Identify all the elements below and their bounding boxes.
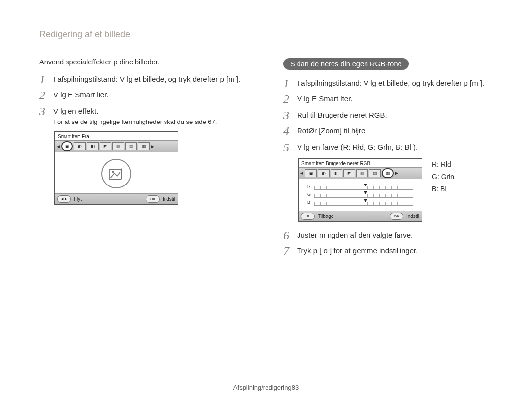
toolbar-item: ▥ bbox=[112, 142, 124, 150]
filter-icon: ◐ bbox=[322, 171, 326, 176]
toolbar-item: ◐ bbox=[318, 169, 330, 177]
lcd-footer: ✥ Tilbage OK Indstil bbox=[299, 211, 422, 221]
step-number: 3 bbox=[39, 105, 53, 118]
filter-icon: ◩ bbox=[103, 144, 108, 149]
lcd-footer-right: Indstil bbox=[406, 214, 419, 219]
left-step-2: 2 V lg E Smart lter. bbox=[39, 89, 249, 101]
step-number: 1 bbox=[283, 77, 297, 90]
step-text: V lg E Smart lter. bbox=[53, 89, 249, 100]
step-number: 2 bbox=[39, 89, 53, 101]
filter-icon: ▣ bbox=[309, 171, 313, 176]
slider-track bbox=[314, 200, 413, 205]
right-step-2: 2 V lg E Smart lter. bbox=[283, 93, 493, 105]
legend-g: G: Grłn bbox=[432, 171, 454, 183]
lcd-toolbar: ◄ ▣ ◐ ◧ ◩ ▥ ▤ ▦ ► bbox=[299, 167, 422, 179]
toolbar-item: ◧ bbox=[331, 169, 342, 177]
lcd-footer: ◄► Flyt OK Indstil bbox=[55, 193, 178, 204]
toolbar-next-icon: ► bbox=[150, 144, 155, 149]
section-pill: S dan de neres din egen RGB-tone bbox=[283, 58, 409, 70]
lcd-preview-right: Smart lter: Brugerde neret RGB ◄ ▣ ◐ ◧ ◩… bbox=[298, 158, 422, 222]
left-intro: Anvend specialeffekter p dine billeder. bbox=[39, 58, 249, 66]
toolbar-item-selected: ▣ bbox=[61, 141, 73, 151]
slider-thumb-icon bbox=[364, 199, 367, 202]
toolbar-prev-icon: ◄ bbox=[299, 170, 304, 176]
toolbar-item: ◩ bbox=[343, 169, 355, 177]
landscape-icon: ▣ bbox=[65, 144, 69, 149]
step-text: I afspilningstilstand: V lg et billede, … bbox=[53, 73, 249, 85]
lcd-preview-left: Smart lter: Fra ◄ ▣ ◐ ◧ ◩ ▥ ▤ ▦ ► bbox=[54, 131, 178, 205]
rgb-label: R bbox=[307, 184, 314, 189]
filter-icon: ▦ bbox=[142, 144, 146, 149]
left-step-3: 3 V lg en effekt. For at se de tilg ngel… bbox=[39, 105, 249, 127]
lcd-toolbar: ◄ ▣ ◐ ◧ ◩ ▥ ▤ ▦ ► bbox=[55, 140, 178, 152]
toolbar-prev-icon: ◄ bbox=[56, 144, 61, 149]
step-number: 5 bbox=[283, 141, 297, 154]
filter-icon: ◐ bbox=[78, 144, 82, 149]
lcd-header: Smart lter: Brugerde neret RGB bbox=[299, 159, 422, 167]
step-text: V lg en farve (R: Rłd, G: Grłn, B: Bl ). bbox=[297, 141, 493, 153]
left-column: Anvend specialeffekter p dine billeder. … bbox=[39, 58, 249, 261]
left-step-1: 1 I afspilningstilstand: V lg et billede… bbox=[39, 73, 249, 86]
step-number: 3 bbox=[283, 109, 297, 122]
step-text: Rul til Brugerde neret RGB. bbox=[297, 109, 493, 121]
step-note: For at se de tilg ngelige ltermuligheder… bbox=[53, 118, 249, 127]
svg-point-1 bbox=[112, 171, 114, 173]
filter-icon: ▥ bbox=[360, 171, 365, 176]
step-text: Juster m ngden af den valgte farve. bbox=[297, 229, 493, 241]
nav-key-icon: ◄► bbox=[57, 195, 71, 203]
filter-icon: ◩ bbox=[347, 171, 352, 176]
nav-key-icon: ✥ bbox=[301, 213, 315, 220]
toolbar-item: ▤ bbox=[125, 142, 137, 150]
toolbar-item: ▤ bbox=[369, 169, 381, 177]
step-text: I afspilningstilstand: V lg et billede, … bbox=[297, 77, 493, 89]
step-number: 1 bbox=[39, 73, 53, 86]
slider-ticks bbox=[314, 202, 413, 206]
lcd-footer-left: Flyt bbox=[74, 196, 82, 202]
lcd-canvas bbox=[55, 152, 178, 193]
slider-thumb-icon bbox=[364, 184, 367, 186]
page-title: Redigering af et billede bbox=[39, 30, 493, 43]
rgb-row-r: R bbox=[307, 184, 413, 189]
legend-b: B: Bl bbox=[432, 183, 454, 195]
step-number: 2 bbox=[283, 93, 297, 105]
step-text: RotØr [Zoom] til hłjre. bbox=[297, 124, 493, 136]
right-step-7: 7 Tryk p [ o ] for at gemme indstillinge… bbox=[283, 245, 493, 257]
rgb-icon: ▦ bbox=[386, 171, 390, 176]
picture-sparkle-icon bbox=[101, 159, 131, 188]
rgb-wrap: Smart lter: Brugerde neret RGB ◄ ▣ ◐ ◧ ◩… bbox=[298, 158, 493, 222]
step-text: V lg en effekt. For at se de tilg ngelig… bbox=[53, 105, 249, 127]
right-column: S dan de neres din egen RGB-tone 1 I afs… bbox=[283, 58, 493, 261]
lcd-footer-right: Indstil bbox=[163, 196, 175, 202]
rgb-row-g: G bbox=[307, 192, 413, 197]
rgb-label: B bbox=[307, 200, 314, 205]
step-number: 4 bbox=[283, 124, 297, 137]
step-number: 6 bbox=[283, 229, 297, 242]
slider-ticks bbox=[314, 186, 413, 190]
right-step-3: 3 Rul til Brugerde neret RGB. bbox=[283, 109, 493, 122]
lcd-footer-left: Tilbage bbox=[318, 214, 333, 219]
page: Redigering af et billede Anvend speciale… bbox=[0, 0, 532, 401]
slider-ticks bbox=[314, 194, 413, 198]
step-number: 7 bbox=[283, 245, 297, 257]
toolbar-item: ◧ bbox=[87, 142, 99, 150]
rgb-legend: R: Rłd G: Grłn B: Bl bbox=[432, 158, 454, 196]
slider-track bbox=[314, 192, 413, 197]
toolbar-item: ◐ bbox=[74, 142, 86, 150]
toolbar-item: ◩ bbox=[100, 142, 111, 150]
right-step-6: 6 Juster m ngden af den valgte farve. bbox=[283, 229, 493, 242]
right-step-1: 1 I afspilningstilstand: V lg et billede… bbox=[283, 77, 493, 90]
step-text: V lg E Smart lter. bbox=[297, 93, 493, 104]
filter-icon: ▤ bbox=[129, 144, 133, 149]
toolbar-item: ▥ bbox=[356, 169, 368, 177]
ok-key-icon: OK bbox=[146, 195, 160, 203]
filter-icon: ▥ bbox=[116, 144, 121, 149]
page-footer: Afspilning/redigering83 bbox=[0, 384, 532, 391]
right-step-4: 4 RotØr [Zoom] til hłjre. bbox=[283, 124, 493, 137]
filter-icon: ◧ bbox=[334, 171, 339, 176]
right-step-5: 5 V lg en farve (R: Rłd, G: Grłn, B: Bl … bbox=[283, 141, 493, 154]
rgb-row-b: B bbox=[307, 200, 413, 205]
slider-thumb-icon bbox=[364, 191, 367, 194]
filter-icon: ▤ bbox=[373, 171, 377, 176]
columns: Anvend specialeffekter p dine billeder. … bbox=[39, 58, 493, 261]
lcd-header: Smart lter: Fra bbox=[55, 132, 178, 140]
